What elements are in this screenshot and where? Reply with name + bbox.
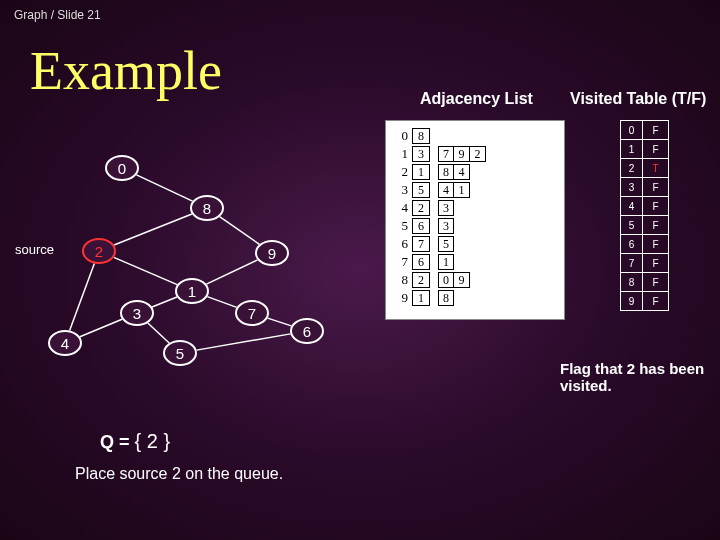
adjacency-index: 6	[394, 236, 408, 252]
adjacency-row: 563	[394, 217, 556, 235]
adjacency-linked-cells: 792	[438, 146, 486, 162]
graph-node-1: 1	[175, 278, 209, 304]
visited-value: F	[643, 216, 669, 235]
adjacency-cell: 0	[438, 272, 454, 288]
graph-node-9: 9	[255, 240, 289, 266]
visited-row: 9F	[621, 292, 669, 311]
adjacency-cell: 4	[454, 164, 470, 180]
adjacency-row: 761	[394, 253, 556, 271]
adjacency-index: 5	[394, 218, 408, 234]
adjacency-head-cell: 3	[412, 146, 430, 162]
visited-row: 1F	[621, 140, 669, 159]
visited-value: F	[643, 178, 669, 197]
adjacency-cell: 9	[454, 146, 470, 162]
adjacency-head-cell: 6	[412, 218, 430, 234]
graph-edge	[80, 319, 122, 337]
adjacency-cell: 4	[438, 182, 454, 198]
adjacency-cell: 8	[438, 164, 454, 180]
visited-row: 6F	[621, 235, 669, 254]
adjacency-head-cell: 6	[412, 254, 430, 270]
slide-title: Example	[30, 40, 222, 102]
graph-node-0: 0	[105, 155, 139, 181]
graph-node-8: 8	[190, 195, 224, 221]
adjacency-cell: 8	[438, 290, 454, 306]
adjacency-index: 9	[394, 290, 408, 306]
adjacency-head-cell: 1	[412, 290, 430, 306]
visited-value: F	[643, 254, 669, 273]
visited-value: F	[643, 273, 669, 292]
graph-edge	[220, 217, 260, 245]
adjacency-head-cell: 1	[412, 164, 430, 180]
adjacency-row: 675	[394, 235, 556, 253]
adjacency-head-cell: 2	[412, 272, 430, 288]
adjacency-index: 7	[394, 254, 408, 270]
adjacency-index: 8	[394, 272, 408, 288]
visited-row: 5F	[621, 216, 669, 235]
graph-edge	[152, 297, 177, 307]
adjacency-linked-cells: 3	[438, 200, 454, 216]
adjacency-cell: 1	[454, 182, 470, 198]
graph-edge	[148, 323, 169, 343]
graph-edge	[114, 257, 177, 284]
graph-node-5: 5	[163, 340, 197, 366]
visited-value: F	[643, 292, 669, 311]
adjacency-linked-cells: 8	[438, 290, 454, 306]
adjacency-index: 3	[394, 182, 408, 198]
adjacency-linked-cells: 5	[438, 236, 454, 252]
visited-index: 5	[621, 216, 643, 235]
queue-caption: Place source 2 on the queue.	[75, 465, 283, 483]
adjacency-row: 918	[394, 289, 556, 307]
graph-edge	[70, 264, 95, 331]
graph-node-6: 6	[290, 318, 324, 344]
graph-edge	[197, 334, 291, 350]
adjacency-cell: 7	[438, 146, 454, 162]
adjacency-linked-cells: 84	[438, 164, 470, 180]
adjacency-cell: 5	[438, 236, 454, 252]
graph-edge	[136, 175, 192, 201]
visited-index: 8	[621, 273, 643, 292]
adjacency-head-cell: 8	[412, 128, 430, 144]
visited-index: 2	[621, 159, 643, 178]
breadcrumb: Graph / Slide 21	[14, 8, 101, 22]
queue-line: Q = { 2 }	[100, 430, 170, 453]
adjacency-linked-cells: 1	[438, 254, 454, 270]
adjacency-row: 13792	[394, 145, 556, 163]
graph-node-3: 3	[120, 300, 154, 326]
adjacency-row: 423	[394, 199, 556, 217]
adjacency-row: 2184	[394, 163, 556, 181]
visited-index: 0	[621, 121, 643, 140]
adjacency-cell: 9	[454, 272, 470, 288]
visited-table-heading: Visited Table (T/F)	[570, 90, 706, 108]
visited-index: 9	[621, 292, 643, 311]
annotation-visited-flag: Flag that 2 has been visited.	[560, 360, 710, 394]
graph-node-2: 2	[82, 238, 116, 264]
visited-row: 3F	[621, 178, 669, 197]
adjacency-index: 4	[394, 200, 408, 216]
visited-row: 7F	[621, 254, 669, 273]
adjacency-linked-cells: 41	[438, 182, 470, 198]
adjacency-linked-cells: 09	[438, 272, 470, 288]
adjacency-list-heading: Adjacency List	[420, 90, 533, 108]
adjacency-cell: 1	[438, 254, 454, 270]
visited-index: 6	[621, 235, 643, 254]
visited-row: 8F	[621, 273, 669, 292]
visited-value: F	[643, 140, 669, 159]
adjacency-index: 2	[394, 164, 408, 180]
visited-value: F	[643, 197, 669, 216]
visited-row: 0F	[621, 121, 669, 140]
adjacency-head-cell: 2	[412, 200, 430, 216]
queue-content: { 2 }	[135, 430, 171, 452]
visited-index: 3	[621, 178, 643, 197]
visited-index: 7	[621, 254, 643, 273]
visited-value: F	[643, 121, 669, 140]
visited-index: 4	[621, 197, 643, 216]
graph-node-4: 4	[48, 330, 82, 356]
visited-row: 4F	[621, 197, 669, 216]
graph-edge	[206, 260, 257, 284]
visited-table: 0F1F2T3F4F5F6F7F8F9F	[620, 120, 669, 311]
visited-row: 2T	[621, 159, 669, 178]
adjacency-cell: 3	[438, 218, 454, 234]
adjacency-cell: 3	[438, 200, 454, 216]
graph-edge	[268, 318, 292, 326]
adjacency-row: 3541	[394, 181, 556, 199]
